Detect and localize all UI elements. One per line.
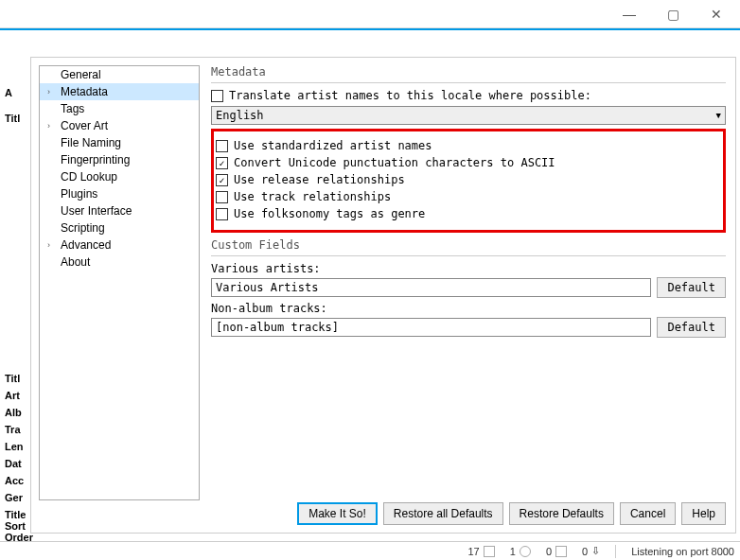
va-default-button[interactable]: Default	[657, 277, 726, 298]
close-button[interactable]: ✕	[695, 1, 738, 27]
va-label: Various artists:	[211, 262, 726, 275]
nav-item-plugins[interactable]: Plugins	[40, 185, 199, 202]
metadata-section-title: Metadata	[211, 65, 726, 79]
background-label: Ger	[2, 490, 26, 505]
nav-item-user-interface[interactable]: User Interface	[40, 202, 199, 219]
nav-item-metadata[interactable]: ›Metadata	[40, 83, 199, 100]
minimize-button[interactable]: —	[608, 1, 651, 27]
nav-item-label: User Interface	[59, 204, 132, 218]
nav-item-file-naming[interactable]: File Naming	[40, 134, 199, 151]
nav-item-label: CD Lookup	[59, 170, 117, 184]
metadata-checkbox-3[interactable]	[216, 191, 228, 203]
caret-icon: ›	[47, 121, 59, 131]
maximize-button[interactable]: ▢	[651, 1, 695, 27]
background-column: ATitlTitlArtAlbTraLenDatAccGerTitle Sort…	[0, 30, 28, 541]
nav-item-about[interactable]: About	[40, 254, 199, 271]
nav-item-label: Fingerprinting	[59, 153, 130, 166]
nav-item-label: Scripting	[59, 221, 105, 235]
custom-section-title: Custom Fields	[211, 238, 726, 252]
chevron-down-icon: ▼	[716, 111, 721, 120]
ok-button[interactable]: Make It So!	[297, 502, 378, 525]
caret-icon: ›	[47, 240, 59, 250]
background-label: Len	[2, 439, 26, 454]
background-label: Dat	[2, 456, 25, 471]
nav-item-label: About	[59, 255, 90, 269]
background-label: Titl	[2, 371, 23, 386]
status-icon-3	[555, 546, 567, 557]
background-label: Tra	[2, 422, 24, 437]
restore-all-defaults-button[interactable]: Restore all Defaults	[383, 502, 503, 525]
metadata-option-label: Use release relationships	[234, 173, 405, 186]
nav-item-general[interactable]: General	[40, 66, 199, 83]
nav-item-advanced[interactable]: ›Advanced	[40, 236, 199, 254]
options-dialog: General›MetadataTags›Cover ArtFile Namin…	[30, 57, 736, 534]
highlight-box: Use standardized artist names✓Convert Un…	[211, 129, 726, 233]
metadata-checkbox-1[interactable]: ✓	[216, 157, 228, 169]
nav-item-label: Metadata	[59, 85, 108, 98]
status-listening: Listening on port 8000	[631, 546, 734, 557]
nav-item-label: Plugins	[59, 187, 97, 201]
options-content: Metadata Translate artist names to this …	[211, 65, 726, 495]
background-label: Alb	[2, 405, 25, 420]
cancel-button[interactable]: Cancel	[620, 502, 676, 525]
nav-item-label: General	[59, 68, 101, 81]
metadata-checkbox-4[interactable]	[216, 208, 228, 220]
options-nav-tree[interactable]: General›MetadataTags›Cover ArtFile Namin…	[39, 65, 200, 500]
restore-defaults-button[interactable]: Restore Defaults	[509, 502, 614, 525]
status-bar: 17 1 0 0⇩ Listening on port 8000	[0, 541, 740, 560]
background-label: A	[2, 85, 15, 100]
status-icon-2	[520, 546, 531, 557]
status-count-3: 0	[546, 546, 552, 557]
nav-item-cover-art[interactable]: ›Cover Art	[40, 117, 199, 134]
metadata-option-label: Convert Unicode punctuation characters t…	[234, 156, 555, 169]
nav-item-fingerprinting[interactable]: Fingerprinting	[40, 151, 199, 168]
background-label: Art	[2, 388, 23, 403]
status-count-4: 0	[582, 546, 588, 557]
nat-label: Non-album tracks:	[211, 302, 726, 315]
titlebar: — ▢ ✕	[0, 0, 740, 28]
status-count-2: 1	[510, 546, 516, 557]
nav-item-cd-lookup[interactable]: CD Lookup	[40, 168, 199, 185]
background-label: Acc	[2, 473, 26, 488]
status-count-1: 17	[468, 546, 480, 557]
caret-icon: ›	[47, 87, 59, 96]
translate-label: Translate artist names to this locale wh…	[229, 89, 591, 102]
status-icon-1	[484, 546, 495, 557]
metadata-option-label: Use track relationships	[234, 190, 391, 203]
nav-item-label: Cover Art	[59, 119, 108, 132]
locale-dropdown[interactable]: English ▼	[211, 106, 726, 125]
metadata-option-label: Use standardized artist names	[234, 139, 432, 152]
down-arrow-icon: ⇩	[591, 545, 600, 557]
locale-value: English	[216, 109, 264, 122]
nav-item-tags[interactable]: Tags	[40, 100, 199, 117]
nav-item-label: Advanced	[59, 238, 111, 252]
nav-item-label: Tags	[59, 102, 84, 115]
translate-checkbox[interactable]	[211, 90, 223, 102]
background-label: Titl	[2, 111, 23, 126]
nav-item-scripting[interactable]: Scripting	[40, 219, 199, 236]
non-album-tracks-input[interactable]	[211, 318, 651, 337]
metadata-option-label: Use folksonomy tags as genre	[234, 207, 425, 220]
help-button[interactable]: Help	[681, 502, 726, 525]
nat-default-button[interactable]: Default	[657, 317, 726, 338]
metadata-checkbox-2[interactable]: ✓	[216, 174, 228, 186]
nav-item-label: File Naming	[59, 136, 121, 149]
metadata-checkbox-0[interactable]	[216, 140, 228, 152]
dialog-buttons: Make It So! Restore all Defaults Restore…	[297, 502, 726, 525]
various-artists-input[interactable]	[211, 278, 651, 297]
